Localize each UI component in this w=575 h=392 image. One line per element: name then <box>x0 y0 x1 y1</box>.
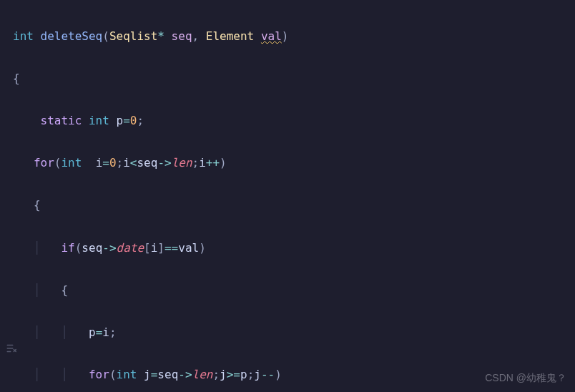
code-line: │ if(seq->date[i]==val) <box>13 237 575 259</box>
code-line: static int p=0; <box>13 110 575 132</box>
code-line: for(int i=0;i<seq->len;i++) <box>13 152 575 174</box>
code-editor[interactable]: int deleteSeq(Seqlist* seq, Element val)… <box>0 0 575 392</box>
code-line: │ { <box>13 280 575 301</box>
code-line: { <box>13 195 575 216</box>
code-line: { <box>13 68 575 89</box>
edit-suggestion-icon[interactable] <box>6 340 19 362</box>
watermark: CSDN @幼稚鬼？ <box>485 369 566 388</box>
code-line: │ │ p=i; <box>13 322 575 343</box>
code-line: int deleteSeq(Seqlist* seq, Element val) <box>13 26 575 47</box>
